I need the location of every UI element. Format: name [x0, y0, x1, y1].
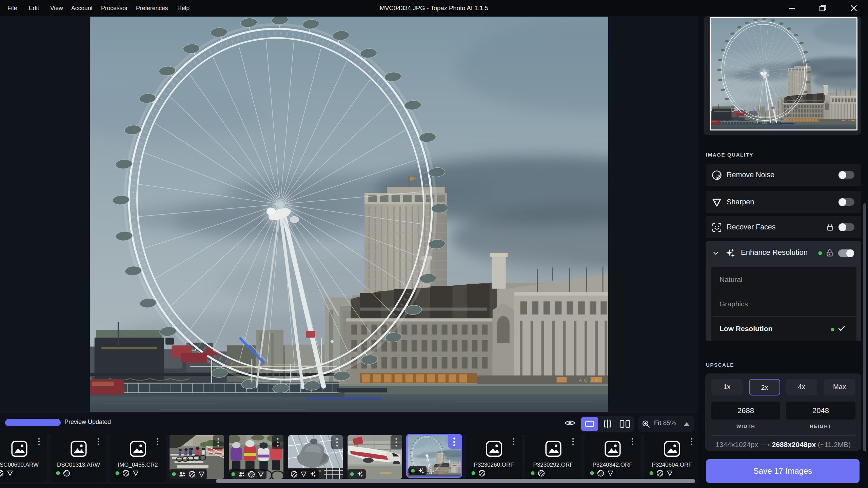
svg-text:AQUA: AQUA [579, 378, 600, 383]
svg-text:AQUA: AQUA [848, 120, 854, 121]
